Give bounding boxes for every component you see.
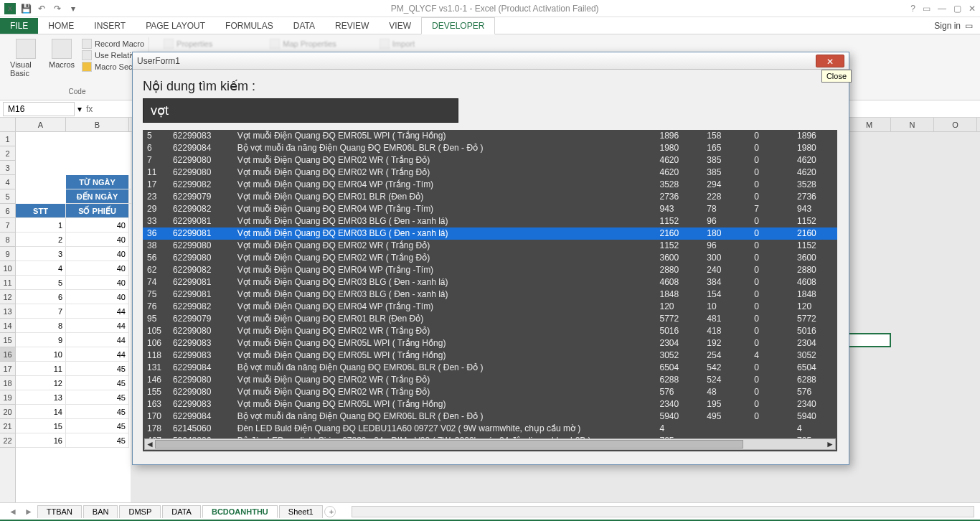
cell[interactable]: 15 [16,419,66,433]
scroll-thumb[interactable] [155,440,743,449]
save-icon[interactable]: 💾 [20,3,32,14]
list-item[interactable]: 15562299080Vợt muỗi Điện Quang ĐQ EMR02 … [143,386,837,398]
col-M[interactable]: M [848,118,891,131]
qat-dropdown-icon[interactable]: ▾ [67,3,79,14]
cell[interactable]: 44 [66,319,129,333]
cell[interactable]: STT [16,204,66,218]
list-item[interactable]: 14662299080Vợt muỗi Điện Quang ĐQ EMR02 … [143,374,837,386]
row-header[interactable]: 11 [0,276,15,290]
list-item[interactable]: 7562299081Vợt muỗi Điện Quang ĐQ EMR03 B… [143,288,837,301]
search-input[interactable] [143,98,458,123]
row-header[interactable]: 5 [0,189,15,204]
ribbon-tab-home[interactable]: HOME [38,18,84,34]
cell[interactable]: 6 [16,290,66,304]
restore-icon[interactable]: ▢ [953,4,961,14]
list-item[interactable]: 13162299084Bộ vợt muỗi đa năng Điện Quan… [143,362,837,374]
ribbon-tab-review[interactable]: REVIEW [325,18,379,34]
cell[interactable]: 5 [16,276,66,290]
cell[interactable]: 45 [66,376,129,390]
cell[interactable]: 40 [66,218,129,233]
list-item[interactable]: 9562299079Vợt muỗi Điện Quang ĐQ EMR01 B… [143,313,837,325]
cell[interactable]: 1 [16,218,66,233]
sheet-tab-bcdoanhthu[interactable]: BCDOANHTHU [202,505,278,518]
list-item[interactable]: 7462299081Vợt muỗi Điện Quang ĐQ EMR03 B… [143,276,837,288]
properties-button[interactable]: Properties [164,39,212,49]
row-header[interactable]: 14 [0,319,15,333]
row-header[interactable]: 13 [0,304,15,319]
scroll-left-icon[interactable]: ◄ [145,439,155,449]
row-header[interactable]: 2 [0,146,15,161]
list-item[interactable]: 3362299081Vợt muỗi Điện Quang ĐQ EMR03 B… [143,215,837,227]
visual-basic-button[interactable]: Visual Basic [10,39,42,78]
cell[interactable]: 4 [16,261,66,276]
cell[interactable]: 40 [66,233,129,247]
cell[interactable]: 9 [16,333,66,347]
list-item[interactable]: 662299084Bộ vợt muỗi đa năng Điện Quang … [143,142,837,154]
list-item[interactable]: 5662299080Vợt muỗi Điện Quang ĐQ EMR02 W… [143,252,837,264]
redo-icon[interactable]: ↷ [52,3,63,14]
undo-icon[interactable]: ↶ [36,3,47,14]
cell[interactable]: 3 [16,247,66,261]
row-header[interactable]: 3 [0,161,15,175]
row-header[interactable]: 21 [0,419,15,433]
row-header[interactable]: 4 [0,175,15,189]
ribbon-tab-formulas[interactable]: FORMULAS [215,18,283,34]
cell[interactable]: 40 [66,276,129,290]
cell[interactable]: SỐ PHIẾU [66,204,129,218]
ribbon-tab-view[interactable]: VIEW [379,18,421,34]
sheet-tab-data[interactable]: DATA [162,505,201,518]
ribbon-tab-developer[interactable]: DEVELOPER [421,17,495,34]
name-box[interactable]: M16 [3,102,75,116]
sheet-tab-dmsp[interactable]: DMSP [119,505,161,518]
cell[interactable]: 40 [66,290,129,304]
list-item[interactable]: 10562299080Vợt muỗi Điện Quang ĐQ EMR02 … [143,325,837,337]
macros-button[interactable]: Macros [46,39,77,78]
import-button[interactable]: Import [380,39,415,49]
list-scrollbar[interactable]: ◄ ► [144,438,836,450]
ribbon-tab-page-layout[interactable]: PAGE LAYOUT [136,18,215,34]
scroll-right-icon[interactable]: ► [825,439,835,449]
sheet-tab-ttban[interactable]: TTBAN [37,505,82,518]
list-item[interactable]: 1162299080Vợt muỗi Điện Quang ĐQ EMR02 W… [143,166,837,179]
list-item[interactable]: 17862145060Đèn LED Buld Điện Quang ĐQ LE… [143,423,837,435]
list-item[interactable]: 3662299081Vợt muỗi Điện Quang ĐQ EMR03 B… [143,227,837,240]
cell[interactable]: 40 [66,247,129,261]
cell[interactable]: 12 [16,376,66,390]
cell[interactable]: 44 [66,333,129,347]
userform-title-bar[interactable]: UserForm1 ✕ [133,52,849,70]
cell[interactable]: 45 [66,405,129,419]
row-headers[interactable]: 12345678910111213141516171819202122 [0,118,16,502]
row-header[interactable]: 20 [0,405,15,419]
row-header[interactable]: 16 [0,347,15,362]
cell[interactable]: 16 [16,433,66,448]
help-icon[interactable]: ? [910,4,915,14]
row-header[interactable]: 12 [0,290,15,304]
list-item[interactable]: 11862299083Vợt muỗi Điện Quang ĐQ EMR05L… [143,349,837,362]
fx-icon[interactable]: fx [82,104,97,114]
map-properties-button[interactable]: Map Properties [270,39,336,49]
sign-in[interactable]: Sign in▭ [927,18,980,34]
col-B[interactable]: B [66,118,129,131]
add-sheet-button[interactable]: + [324,506,336,517]
list-item[interactable]: 762299080Vợt muỗi Điện Quang ĐQ EMR02 WR… [143,154,837,166]
col-headers[interactable]: A B [16,118,131,132]
close-window-icon[interactable]: ✕ [969,4,976,14]
list-item[interactable]: 7662299082Vợt muỗi Điện Quang ĐQ EMR04 W… [143,301,837,313]
list-item[interactable]: 10662299083Vợt muỗi Điện Quang ĐQ EMR05L… [143,337,837,349]
cell[interactable]: 45 [66,390,129,405]
list-item[interactable]: 3862299080Vợt muỗi Điện Quang ĐQ EMR02 W… [143,240,837,252]
list-item[interactable]: 562299083Vợt muỗi Điện Quang ĐQ EMR05L W… [143,130,837,142]
list-item[interactable]: 2962299082Vợt muỗi Điện Quang ĐQ EMR04 W… [143,203,837,215]
horizontal-scrollbar[interactable] [352,506,974,517]
cell[interactable]: 45 [66,419,129,433]
cell[interactable]: 40 [66,261,129,276]
col-A[interactable]: A [16,118,66,131]
cell[interactable]: 45 [66,433,129,448]
row-header[interactable]: 17 [0,362,15,376]
row-header[interactable]: 9 [0,247,15,261]
list-item[interactable]: 2362299079Vợt muỗi Điện Quang ĐQ EMR01 B… [143,191,837,203]
tab-nav-next-icon[interactable]: ► [22,507,36,517]
minimize-icon[interactable]: ― [938,4,946,14]
cell[interactable]: 45 [66,362,129,376]
ribbon-tab-insert[interactable]: INSERT [84,18,136,34]
